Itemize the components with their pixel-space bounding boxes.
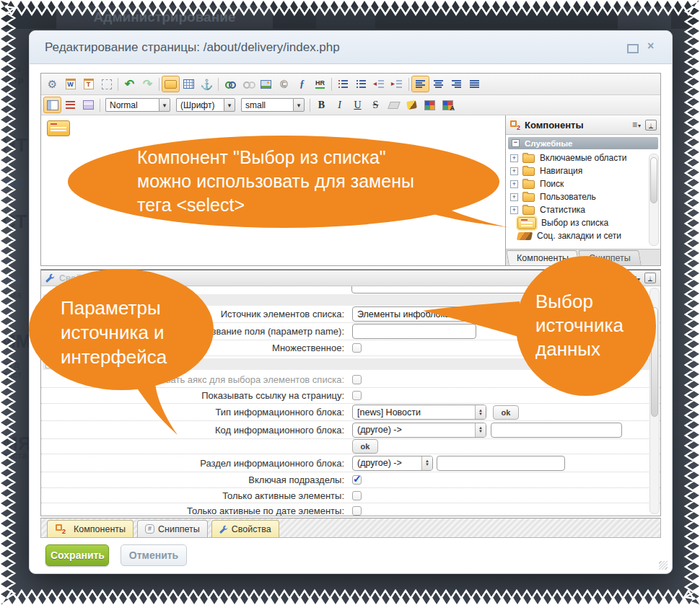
font-select[interactable]: (Шрифт) ▾	[176, 98, 235, 112]
clipped-input[interactable]	[351, 286, 554, 293]
tree-group-sluzhebnye[interactable]: − Служебные	[508, 137, 658, 149]
font-color-icon[interactable]	[439, 97, 457, 113]
ok-button[interactable]: ok	[493, 405, 519, 420]
cancel-button[interactable]: Отменить	[121, 544, 187, 566]
tab-components[interactable]: Компоненты	[47, 520, 134, 537]
indent-icon[interactable]	[388, 76, 406, 92]
paste-text-icon[interactable]: T	[79, 76, 97, 92]
hr-icon[interactable]: HR	[311, 76, 329, 92]
tab-properties[interactable]: Свойства	[211, 520, 279, 537]
region-icon[interactable]	[61, 97, 79, 113]
expand-plus-icon[interactable]	[510, 154, 518, 162]
iblock-code-input[interactable]	[491, 423, 622, 438]
iblock-section-input[interactable]	[437, 456, 565, 471]
expand-plus-icon[interactable]	[510, 167, 518, 175]
stepper-icon[interactable]: ▲▼	[475, 423, 486, 437]
outdent-icon[interactable]	[370, 76, 388, 92]
underline-icon[interactable]: U	[349, 97, 367, 113]
fill-color-icon[interactable]	[421, 97, 439, 113]
align-left-icon[interactable]	[411, 76, 429, 92]
scrollbar-thumb[interactable]	[650, 157, 657, 203]
stepper-icon[interactable]: ▲▼	[421, 456, 432, 470]
chevron-down-icon[interactable]: ▾	[224, 98, 235, 112]
ok-button[interactable]: ok	[352, 439, 378, 454]
unlink-icon[interactable]	[239, 76, 257, 92]
unordered-list-icon[interactable]	[352, 76, 370, 92]
tree-item[interactable]: Статистика	[506, 203, 660, 216]
anchor-icon[interactable]: ⚓	[198, 76, 216, 92]
section-header-datasource[interactable]: − Источник данных	[43, 358, 650, 370]
iblock-code-select[interactable]: (другое) -> ▲▼	[352, 423, 486, 438]
flash-icon[interactable]: ƒ	[293, 76, 311, 92]
strike-icon[interactable]: S	[367, 97, 385, 113]
tree-item[interactable]: Навигация	[506, 164, 660, 177]
editor-canvas[interactable]	[41, 115, 505, 265]
expand-plus-icon[interactable]	[510, 206, 518, 214]
include-subsections-checkbox[interactable]	[352, 475, 362, 485]
scrollbar-thumb[interactable]	[651, 307, 658, 417]
tab-snippets[interactable]: # Сниппеты	[137, 520, 208, 537]
select-all-icon[interactable]	[97, 76, 115, 92]
field-name-input[interactable]	[352, 324, 476, 339]
save-button[interactable]: Сохранить	[45, 544, 109, 566]
tree-item[interactable]: Пользователь	[506, 190, 660, 203]
dialog-titlebar[interactable]: Редактирование страницы: /about/delivery…	[30, 31, 672, 64]
ajax-checkbox[interactable]	[352, 375, 362, 384]
justify-icon[interactable]	[465, 76, 484, 92]
chevron-down-icon[interactable]: ▾	[293, 98, 305, 112]
panel-menu-icon[interactable]: ≡	[632, 120, 641, 130]
split-icon[interactable]	[79, 97, 97, 113]
properties-scrollbar[interactable]	[649, 288, 660, 514]
iblock-section-select[interactable]: (другое) -> ▲▼	[352, 456, 433, 471]
expand-plus-icon[interactable]	[510, 180, 518, 188]
align-right-icon[interactable]	[447, 76, 465, 92]
brush-icon[interactable]	[403, 97, 421, 113]
tree-item[interactable]: Поиск	[506, 177, 660, 190]
expand-plus-icon[interactable]	[510, 193, 518, 201]
section-header-main[interactable]: − Основные параметры	[43, 294, 650, 306]
collapse-minus-icon[interactable]: −	[45, 361, 53, 368]
columns-icon[interactable]	[43, 97, 61, 113]
eraser-icon[interactable]	[385, 97, 403, 113]
show-link-checkbox[interactable]	[352, 391, 362, 400]
align-center-icon[interactable]	[429, 76, 447, 92]
bold-icon[interactable]: B	[312, 97, 331, 113]
panel-menu-icon[interactable]: ≡	[631, 273, 640, 283]
tree-item[interactable]: Соц. закладки и сети	[506, 229, 660, 242]
image-icon[interactable]	[257, 76, 275, 92]
paste-from-word-icon[interactable]: W	[61, 76, 79, 92]
close-icon[interactable]: ×	[647, 40, 654, 53]
only-active-checkbox[interactable]	[352, 491, 362, 500]
ordered-list-icon[interactable]	[334, 76, 352, 92]
tab-components[interactable]: Компоненты	[506, 250, 579, 265]
only-active-date-checkbox[interactable]	[352, 506, 362, 516]
source-select[interactable]: Элементы инфоблока ▲▼	[352, 306, 478, 322]
stepper-icon[interactable]: ▲▼	[467, 307, 478, 321]
tree-item[interactable]: Включаемые области	[506, 151, 660, 164]
size-select[interactable]: small ▾	[241, 98, 305, 112]
multiple-checkbox[interactable]	[352, 343, 362, 353]
collapse-minus-icon[interactable]: −	[512, 139, 520, 147]
maximize-icon[interactable]	[627, 44, 639, 53]
format-select[interactable]: Normal ▾	[105, 98, 170, 112]
resize-grip[interactable]	[659, 561, 668, 570]
ok-button[interactable]: ok	[485, 307, 511, 322]
settings-icon[interactable]: ⚙	[43, 76, 61, 92]
undo-icon[interactable]: ↶	[121, 76, 139, 92]
italic-icon[interactable]: I	[331, 97, 349, 113]
link-icon[interactable]	[221, 76, 239, 92]
redo-icon[interactable]: ↷	[139, 76, 157, 92]
tab-snippets[interactable]: Сниппеты	[578, 250, 641, 265]
stepper-icon[interactable]: ▲▼	[475, 405, 486, 419]
collapse-minus-icon[interactable]: −	[45, 296, 53, 304]
components-scrollbar[interactable]	[649, 154, 659, 246]
panel-dock-icon[interactable]: ↓	[644, 273, 656, 283]
panel-dock-icon[interactable]: ↓	[645, 120, 657, 131]
iblock-type-select[interactable]: [news] Новости ▲▼	[352, 405, 486, 420]
component-placeholder-icon[interactable]	[47, 120, 70, 136]
tree-item[interactable]: Выбор из списка	[506, 216, 660, 229]
table-icon[interactable]	[180, 76, 198, 92]
chevron-down-icon[interactable]: ▾	[159, 98, 170, 112]
copyright-icon[interactable]: ©	[275, 76, 293, 92]
component-icon[interactable]	[162, 76, 180, 92]
